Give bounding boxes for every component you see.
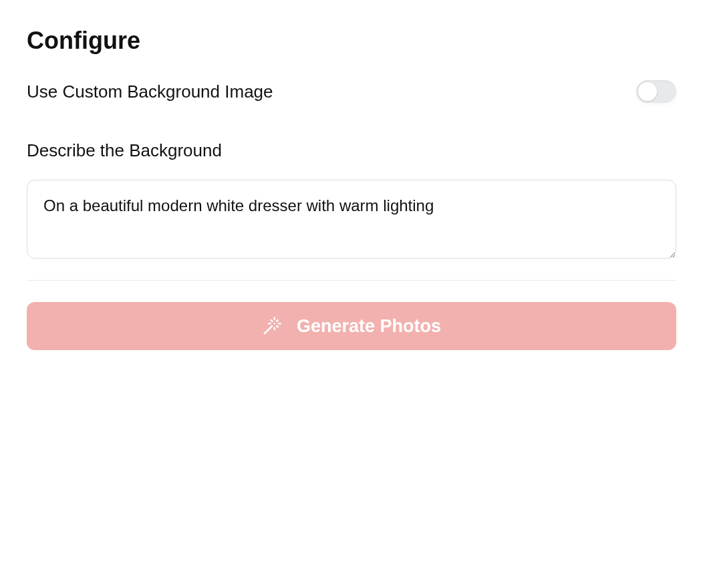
divider bbox=[27, 280, 676, 281]
page-title: Configure bbox=[27, 27, 676, 55]
describe-bg-label: Describe the Background bbox=[27, 140, 676, 161]
wand-sparkles-icon bbox=[262, 316, 282, 336]
describe-bg-input[interactable] bbox=[27, 180, 676, 259]
custom-bg-label: Use Custom Background Image bbox=[27, 82, 273, 102]
custom-bg-row: Use Custom Background Image bbox=[27, 80, 676, 103]
generate-button-label: Generate Photos bbox=[297, 316, 441, 337]
describe-bg-wrap bbox=[27, 180, 676, 261]
generate-photos-button[interactable]: Generate Photos bbox=[27, 302, 676, 350]
toggle-knob bbox=[638, 82, 657, 101]
custom-bg-toggle[interactable] bbox=[636, 80, 676, 103]
